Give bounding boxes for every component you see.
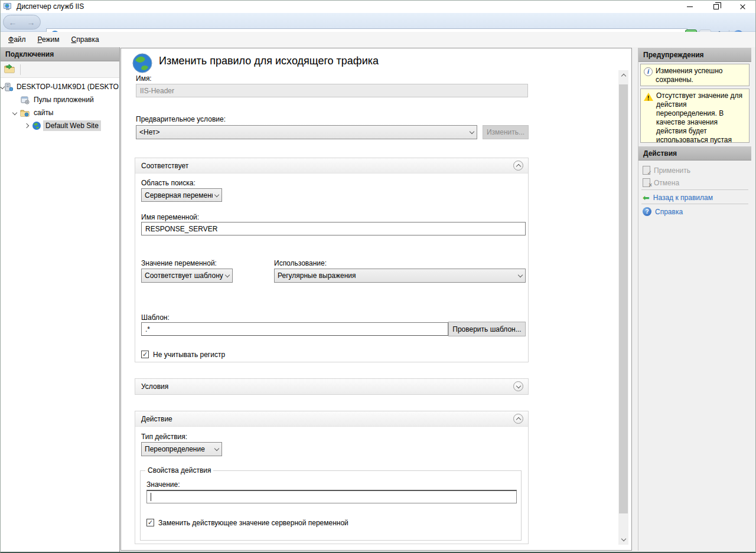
action-section-title: Действие <box>141 415 172 423</box>
chevron-down-icon <box>214 192 219 197</box>
tree-item-app-pools[interactable]: Пулы приложений <box>1 93 119 106</box>
scroll-down-icon[interactable] <box>618 535 628 545</box>
title-bar: Диспетчер служб IIS <box>0 0 756 13</box>
scrollbar-thumb[interactable] <box>619 84 628 513</box>
help-link[interactable]: ? Справка <box>638 205 752 218</box>
menu-file[interactable]: Файл <box>2 33 32 46</box>
menu-help-hotkey: С <box>71 35 77 44</box>
chevron-down-icon[interactable] <box>10 111 19 114</box>
back-to-rules-link[interactable]: ⬅ Назад к правилам <box>638 191 752 204</box>
close-button[interactable] <box>729 0 756 13</box>
menu-file-rest: айл <box>14 35 25 44</box>
pattern-input[interactable]: .* <box>141 322 448 336</box>
chevron-right-icon[interactable] <box>22 124 31 127</box>
name-input: IIS-Header <box>136 84 528 97</box>
action-properties-legend: Свойства действия <box>145 466 213 475</box>
match-section-header[interactable]: Соответствует <box>135 158 528 174</box>
ignore-case-label: Не учитывать регистр <box>153 351 225 359</box>
precondition-label: Предварительное условие: <box>136 115 226 123</box>
chevron-down-icon <box>225 273 230 277</box>
replace-value-checkbox[interactable]: ✓ <box>146 519 154 526</box>
scope-select[interactable]: Серверная переменн <box>141 188 222 202</box>
usage-select[interactable]: Регулярные выражения <box>274 269 526 283</box>
expand-section-button[interactable] <box>513 381 523 391</box>
replace-value-label: Заменить действующее значение серверной … <box>158 519 348 527</box>
edit-precondition-button: Изменить... <box>483 125 529 139</box>
save-connection-icon[interactable] <box>4 64 15 76</box>
variable-value-select[interactable]: Соответствует шаблону <box>141 269 233 283</box>
precondition-value: <Нет> <box>139 128 468 136</box>
back-icon[interactable]: ← <box>9 18 17 27</box>
tree-item-sites[interactable]: сайты <box>1 106 119 119</box>
menu-bar: Файл Режим Справка <box>0 32 756 47</box>
conditions-section-title: Условия <box>141 382 168 391</box>
minimize-button[interactable] <box>676 0 703 13</box>
ignore-case-checkbox[interactable]: ✓ <box>141 351 149 358</box>
page-title: Изменить правило для исходящего трафика <box>159 55 379 67</box>
tree-item-app-pools-label[interactable]: Пулы приложений <box>31 94 96 105</box>
chevron-down-icon <box>518 273 523 277</box>
tree-item-default-web-site-label[interactable]: Default Web Site <box>43 120 101 131</box>
action-type-select[interactable]: Переопределение <box>141 442 222 456</box>
variable-name-label: Имя переменной: <box>141 213 199 221</box>
actions-separator <box>641 204 748 204</box>
chevron-down-icon[interactable] <box>1 85 4 89</box>
back-arrow-icon: ⬅ <box>643 194 650 202</box>
server-icon <box>4 83 13 91</box>
cancel-action: × Отмена <box>638 176 752 189</box>
variable-name-input[interactable]: RESPONSE_SERVER <box>141 222 526 235</box>
menu-help[interactable]: Справка <box>66 33 105 46</box>
connections-toolbar <box>1 61 119 78</box>
test-pattern-button[interactable]: Проверить шаблон... <box>448 322 526 336</box>
tree-item-sites-label[interactable]: сайты <box>31 107 56 118</box>
warning-icon: ! <box>644 93 653 101</box>
rule-edit-page: Изменить правило для исходящего трафика … <box>120 48 632 551</box>
cancel-icon: × <box>643 178 650 187</box>
right-panel: Предупреждения i Изменения успешно сохра… <box>638 48 751 551</box>
name-label: Имя: <box>136 74 152 83</box>
alert-saved: i Изменения успешно сохранены. <box>640 64 750 86</box>
connections-panel: Подключения DESKTOP-U1MK9D1 (DESKTO <box>1 47 120 552</box>
menu-file-hotkey: Ф <box>8 35 14 44</box>
cancel-label: Отмена <box>654 179 679 187</box>
action-section-header[interactable]: Действие <box>135 411 528 427</box>
nav-history-buttons: ← → <box>3 15 41 30</box>
menu-view[interactable]: Режим <box>32 33 66 46</box>
variable-value-label: Значение переменной: <box>141 259 217 267</box>
conditions-section: Условия <box>135 378 529 395</box>
toolbar-separator <box>20 64 21 75</box>
forward-icon[interactable]: → <box>27 18 35 27</box>
collapse-section-button[interactable] <box>513 414 523 424</box>
action-type-value: Переопределение <box>145 445 213 453</box>
menu-view-hotkey: Р <box>38 35 42 44</box>
conditions-section-header[interactable]: Условия <box>135 379 528 394</box>
tree-item-server[interactable]: DESKTOP-U1MK9D1 (DESKTO <box>1 80 119 93</box>
help-icon: ? <box>643 207 651 216</box>
alerts-header: Предупреждения <box>638 48 751 62</box>
main-scrollbar[interactable] <box>618 70 628 545</box>
text-caret <box>151 493 151 501</box>
connections-tree: DESKTOP-U1MK9D1 (DESKTO Пулы приложений <box>1 78 119 132</box>
alert-saved-text: Изменения успешно сохранены. <box>656 67 747 83</box>
alert-missing-value-text: Отсутствует значение для действия переоп… <box>656 91 747 140</box>
usage-label: Использование: <box>274 259 327 267</box>
variable-value-value: Соответствует шаблону <box>145 271 223 280</box>
actions-header: Действия <box>638 146 751 161</box>
action-value-label: Значение: <box>146 480 180 489</box>
page-globe-icon <box>132 53 153 76</box>
restore-button[interactable] <box>703 0 729 13</box>
tree-item-default-web-site[interactable]: Default Web Site <box>1 119 119 132</box>
collapse-section-button[interactable] <box>513 161 523 171</box>
apply-action: ✓ Применить <box>638 164 752 176</box>
apply-label: Применить <box>654 166 690 175</box>
info-icon: i <box>644 67 653 76</box>
pattern-label: Шаблон: <box>141 313 170 322</box>
window-title: Диспетчер служб IIS <box>17 2 84 11</box>
match-section-title: Соответствует <box>141 162 188 170</box>
actions-separator <box>641 189 748 190</box>
scroll-up-icon[interactable] <box>618 70 628 80</box>
action-value-input[interactable] <box>146 490 517 503</box>
precondition-select[interactable]: <Нет> <box>136 125 477 139</box>
tree-item-server-label[interactable]: DESKTOP-U1MK9D1 (DESKTO <box>14 81 120 92</box>
application-pools-icon <box>19 96 30 104</box>
